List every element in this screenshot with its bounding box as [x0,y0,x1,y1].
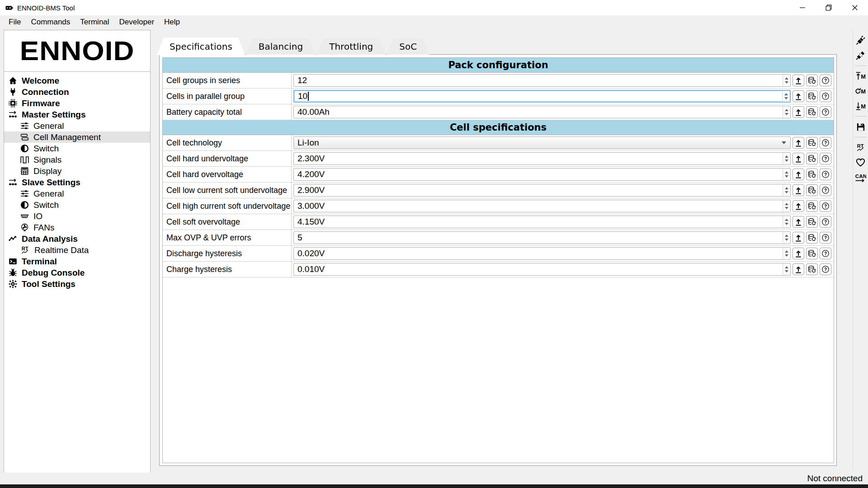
write-parameter-button[interactable] [793,169,804,180]
help-button[interactable]: ? [820,184,831,196]
restore-default-button[interactable] [806,216,818,228]
minimize-button[interactable] [789,0,816,15]
restore-default-button[interactable] [806,137,818,149]
combobox-field[interactable]: Li-Ion [293,136,791,149]
spinner-buttons[interactable] [783,169,790,180]
spinner-buttons[interactable] [783,200,790,212]
download-m-button[interactable]: M [854,100,868,112]
write-parameter-button[interactable] [793,232,804,244]
sidebar-item-firmware[interactable]: Firmware [4,98,150,109]
sidebar-item-general[interactable]: General [4,188,150,199]
menu-terminal[interactable]: Terminal [75,16,114,28]
sidebar-item-connection[interactable]: Connection [4,86,150,98]
help-button[interactable]: ? [820,200,831,212]
spinbox-field[interactable]: 12 [293,74,791,87]
spinner-buttons[interactable] [783,248,790,259]
restore-default-button[interactable] [806,248,818,259]
spinner-buttons[interactable] [783,106,790,118]
help-button[interactable]: ? [820,216,831,228]
spinbox-field[interactable]: 0.010V [293,263,791,276]
sidebar-item-signals[interactable]: Signals [4,154,150,165]
close-button[interactable] [842,0,868,15]
menu-developer[interactable]: Developer [114,16,160,28]
spinner-buttons[interactable] [783,184,790,196]
spinbox-field[interactable]: 4.150V [293,216,791,228]
sidebar-item-general[interactable]: General [4,120,150,131]
help-button[interactable]: ? [820,90,831,102]
help-button[interactable]: ? [820,248,831,259]
spinbox-field[interactable]: 4.200V [293,168,791,181]
help-button[interactable]: ? [820,106,831,118]
restore-default-button[interactable] [806,184,818,196]
spinbox-field[interactable]: 2.300V [293,152,791,165]
restore-button[interactable] [816,0,842,15]
write-parameter-button[interactable] [793,90,804,102]
sidebar-item-switch[interactable]: Switch [4,199,150,211]
sidebar-item-slave-settings[interactable]: Slave Settings [4,177,150,188]
save-button[interactable] [854,121,868,133]
spinner-buttons[interactable] [783,75,790,86]
sidebar-item-debug-console[interactable]: Debug Console [4,267,150,278]
write-parameter-button[interactable] [793,75,804,86]
help-button[interactable]: ? [820,75,831,86]
upload-m-button[interactable]: M [854,70,868,82]
menu-file[interactable]: File [4,16,26,28]
disconnect-button[interactable] [854,49,868,61]
spinner-buttons[interactable] [783,216,790,228]
write-parameter-button[interactable] [793,263,804,275]
sidebar-item-master-settings[interactable]: Master Settings [4,109,150,120]
sidebar-item-io[interactable]: IO [4,211,150,222]
content-panel: Pack configurationCell groups in series1… [159,54,837,466]
sidebar-item-tool-settings[interactable]: Tool Settings [4,278,150,290]
spinbox-field[interactable]: 10 [293,90,791,103]
write-parameter-button[interactable] [793,153,804,164]
spinbox-field[interactable]: 3.000V [293,200,791,212]
tab-soc[interactable]: SoC [387,38,429,55]
menu-commands[interactable]: Commands [26,16,75,28]
restore-default-button[interactable] [806,200,818,212]
spinbox-field[interactable]: 0.020V [293,247,791,260]
sidebar-item-terminal[interactable]: Terminal [4,256,150,267]
sidebar-item-switch[interactable]: Switch [4,143,150,154]
restore-default-button[interactable] [806,75,818,86]
write-parameter-button[interactable] [793,106,804,118]
help-button[interactable]: ? [820,263,831,275]
help-button[interactable]: ? [820,153,831,164]
write-parameter-button[interactable] [793,248,804,259]
sidebar-item-fans[interactable]: FANs [4,222,150,233]
connect-button[interactable] [854,34,868,47]
menu-help[interactable]: Help [159,16,185,28]
spinbox-field[interactable]: 5 [293,231,791,244]
can-bus-button[interactable]: CAN [854,171,868,183]
spinner-buttons[interactable] [783,153,790,164]
sidebar-item-cell-management[interactable]: Cell Management [4,131,150,143]
sidebar-item-welcome[interactable]: Welcome [4,75,150,86]
write-parameter-button[interactable] [793,200,804,212]
spinner-buttons[interactable] [782,91,790,102]
write-parameter-button[interactable] [793,137,804,149]
tab-specifications[interactable]: Specifications [157,38,245,55]
tab-throttling[interactable]: Throttling [316,38,386,55]
restore-default-button[interactable] [806,169,818,180]
write-parameter-button[interactable] [793,216,804,228]
restore-default-button[interactable] [806,232,818,244]
spinner-buttons[interactable] [783,232,790,244]
spinner-buttons[interactable] [783,263,790,275]
restore-default-button[interactable] [806,106,818,118]
help-button[interactable]: ? [820,137,831,149]
reload-m-button[interactable]: M [854,85,868,97]
restore-default-button[interactable] [806,263,818,275]
write-parameter-button[interactable] [793,184,804,196]
sidebar-item-data-analysis[interactable]: Data Analysis [4,233,150,244]
realtime-data-button[interactable]: RT [854,141,868,154]
restore-default-button[interactable] [806,153,818,164]
spinbox-field[interactable]: 40.00Ah [293,106,791,118]
sidebar-item-display[interactable]: Display [4,165,150,177]
help-button[interactable]: ? [820,169,831,180]
help-button[interactable]: ? [820,232,831,244]
tab-balancing[interactable]: Balancing [246,38,316,55]
restore-default-button[interactable] [806,90,818,102]
sidebar-item-realtime-data[interactable]: RTRealtime Data [4,244,150,256]
spinbox-field[interactable]: 2.900V [293,184,791,197]
favorites-button[interactable] [854,156,868,169]
